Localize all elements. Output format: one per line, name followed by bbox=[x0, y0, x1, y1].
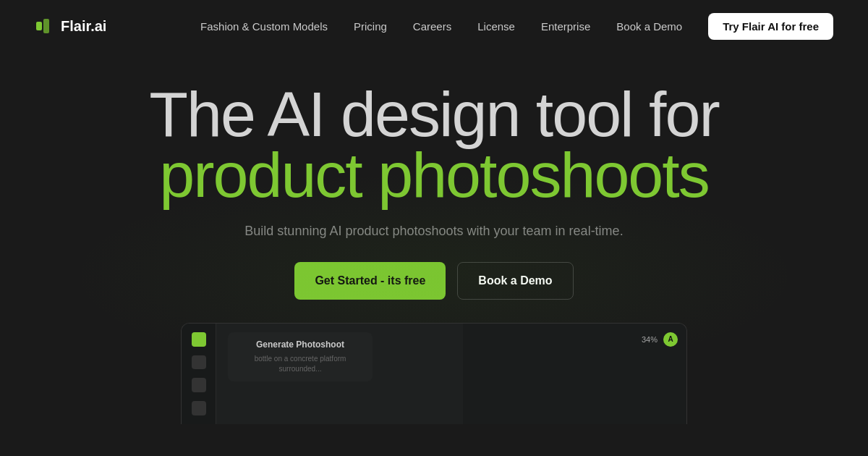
nav-try-free-button[interactable]: Try Flair AI for free bbox=[708, 13, 833, 40]
nav-license[interactable]: License bbox=[477, 20, 515, 33]
logo-text: Flair.ai bbox=[61, 18, 106, 35]
app-preview: Generate Photoshoot bottle on a concrete… bbox=[181, 323, 687, 424]
nav-enterprise[interactable]: Enterprise bbox=[541, 20, 590, 33]
hero-buttons: Get Started - its free Book a Demo bbox=[294, 262, 573, 300]
hero-subtitle: Build stunning AI product photoshoots wi… bbox=[244, 224, 623, 239]
logo-icon bbox=[35, 16, 55, 36]
sidebar-icon-4 bbox=[192, 401, 206, 415]
nav-pricing[interactable]: Pricing bbox=[354, 20, 387, 33]
get-started-button[interactable]: Get Started - its free bbox=[294, 262, 446, 300]
svg-rect-0 bbox=[36, 22, 42, 30]
svg-rect-1 bbox=[43, 19, 49, 33]
nav-careers[interactable]: Careers bbox=[413, 20, 451, 33]
sidebar-icon-2 bbox=[192, 355, 206, 370]
hero-title-line1: The AI design tool for bbox=[149, 81, 719, 148]
app-sidebar bbox=[182, 324, 216, 424]
app-toolbar-percent: 34% bbox=[642, 335, 658, 344]
sidebar-icon-1 bbox=[192, 332, 206, 347]
hero-section: The AI design tool for product photoshoo… bbox=[0, 52, 868, 424]
sidebar-icon-3 bbox=[192, 378, 206, 392]
navbar: Flair.ai Fashion & Custom Models Pricing… bbox=[0, 0, 868, 52]
nav-links: Fashion & Custom Models Pricing Careers … bbox=[200, 13, 833, 40]
app-window: Generate Photoshoot bottle on a concrete… bbox=[181, 323, 687, 424]
app-window-inner: Generate Photoshoot bottle on a concrete… bbox=[182, 324, 686, 424]
app-panel-title: Generate Photoshoot bbox=[237, 339, 364, 350]
app-toolbar: 34% A bbox=[642, 332, 678, 347]
nav-book-demo[interactable]: Book a Demo bbox=[616, 20, 682, 33]
logo[interactable]: Flair.ai bbox=[35, 16, 106, 36]
app-toolbar-badge: A bbox=[663, 332, 678, 347]
app-panel-text: bottle on a concrete platform surrounded… bbox=[237, 354, 364, 374]
book-demo-button[interactable]: Book a Demo bbox=[457, 262, 573, 300]
app-main: Generate Photoshoot bottle on a concrete… bbox=[216, 324, 463, 424]
hero-title-line2: product photoshoots bbox=[159, 142, 708, 208]
app-panel: Generate Photoshoot bottle on a concrete… bbox=[228, 332, 373, 381]
nav-fashion-custom-models[interactable]: Fashion & Custom Models bbox=[200, 20, 328, 33]
